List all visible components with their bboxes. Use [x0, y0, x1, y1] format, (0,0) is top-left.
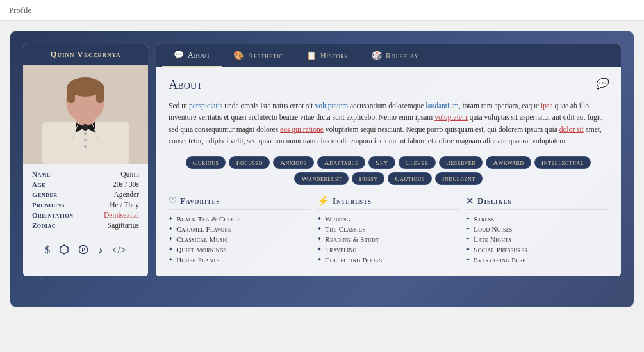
main-content: About 💬 Sed ut perspiciatis unde omnis i…: [156, 67, 621, 276]
favorites-icon: ♡: [169, 195, 177, 207]
bio-link-7[interactable]: dolor sit: [559, 125, 584, 133]
hex-icon[interactable]: [59, 244, 69, 257]
social-icons-row: $ P ♪ </>: [23, 238, 148, 264]
svg-marker-16: [60, 245, 68, 254]
fav-item-3: Classical Music: [169, 236, 311, 243]
svg-point-10: [82, 124, 88, 131]
dis-item-3: Late Nights: [466, 236, 608, 243]
fav-item-2: Caramel Flavors: [169, 225, 311, 233]
label-orientation: Orientation: [32, 211, 73, 219]
dis-item-2: Loud Noises: [466, 225, 608, 233]
tabs-bar: 💬 About 🎨 Aesthetic 📋 History 🎲 Roleplay: [156, 44, 621, 67]
fav-item-1: Black Tea & Coffee: [169, 215, 311, 223]
bio-link-3[interactable]: laudantium: [425, 102, 459, 109]
dis-item-4: Social Pressures: [466, 246, 608, 253]
int-item-3: Reading & Study: [317, 236, 459, 243]
int-item-1: Writing: [317, 215, 459, 223]
interests-header: ⚡ Interests: [317, 195, 459, 210]
svg-point-15: [84, 145, 87, 148]
tab-about[interactable]: 💬 About: [162, 44, 222, 67]
three-columns: ♡ Favorites Black Tea & Coffee Caramel F…: [169, 195, 608, 266]
tab-history-label: History: [320, 51, 349, 61]
interests-list: Writing The Classics Reading & Study Tra…: [317, 215, 459, 264]
avatar: [23, 65, 148, 164]
int-item-4: Traveling: [317, 246, 459, 253]
favorites-title: Favorites: [180, 196, 220, 206]
dislikes-icon: ✕: [466, 195, 474, 207]
about-title-text: About: [169, 77, 202, 92]
value-orientation: Demisexual: [104, 211, 139, 219]
label-pronouns: Pronouns: [32, 201, 65, 209]
fav-item-5: House Plants: [169, 256, 311, 264]
tab-aesthetic[interactable]: 🎨 Aesthetic: [222, 44, 294, 67]
pinterest-icon[interactable]: P: [78, 244, 88, 257]
label-gender: Gender: [32, 191, 58, 198]
info-row-age: Age 20s / 30s: [32, 180, 139, 188]
profile-card: Quinn Veczernya: [10, 31, 634, 307]
avatar-container: [23, 65, 148, 164]
tag-curious: Curious: [186, 156, 226, 169]
code-icon[interactable]: </>: [111, 244, 126, 257]
value-gender: Agender: [113, 191, 139, 198]
svg-rect-7: [96, 84, 104, 103]
int-item-2: The Classics: [317, 225, 459, 233]
tag-awkward: Awkward: [486, 156, 531, 169]
label-age: Age: [32, 180, 45, 188]
dis-item-5: Everything Else: [466, 256, 608, 264]
comment-icon[interactable]: 💬: [595, 77, 608, 90]
left-panel: Quinn Veczernya: [23, 44, 148, 276]
tab-roleplay[interactable]: 🎲 Roleplay: [360, 44, 431, 67]
aesthetic-tab-icon: 🎨: [233, 51, 244, 61]
bio-link-1[interactable]: perspiciatis: [189, 102, 222, 109]
page-title: Profile: [9, 5, 31, 15]
tag-adaptable: Adaptable: [317, 156, 366, 169]
value-age: 20s / 30s: [113, 180, 139, 188]
label-zodiac: Zodiac: [32, 221, 56, 229]
personality-tags: Curious Focused Anxious Adaptable Shy Cl…: [169, 156, 608, 185]
favorites-column: ♡ Favorites Black Tea & Coffee Caramel F…: [169, 195, 311, 266]
bio-link-5[interactable]: voluptatem: [434, 113, 468, 121]
svg-text:P: P: [81, 246, 85, 253]
about-tab-icon: 💬: [174, 50, 185, 60]
tag-cautious: Cautious: [388, 172, 431, 185]
right-panel: 💬 About 🎨 Aesthetic 📋 History 🎲 Roleplay: [156, 44, 621, 276]
roleplay-tab-icon: 🎲: [372, 51, 383, 61]
dislikes-title: Dislikes: [477, 196, 511, 206]
dislikes-list: Stress Loud Noises Late Nights Social Pr…: [466, 215, 608, 264]
value-name: Quinn: [120, 170, 139, 178]
dollar-icon[interactable]: $: [45, 244, 50, 257]
interests-title: Interests: [333, 196, 372, 206]
about-section-title: About 💬: [169, 77, 608, 92]
character-name: Quinn Veczernya: [23, 44, 148, 65]
dislikes-header: ✕ Dislikes: [466, 195, 608, 210]
interests-column: ⚡ Interests Writing The Classics Reading…: [317, 195, 459, 266]
tab-about-label: About: [188, 51, 210, 60]
info-row-name: Name Quinn: [32, 170, 139, 178]
info-row-gender: Gender Agender: [32, 191, 139, 198]
tab-aesthetic-label: Aesthetic: [247, 51, 283, 61]
history-tab-icon: 📋: [306, 51, 317, 61]
page-header: Profile: [0, 0, 644, 21]
interests-icon: ⚡: [317, 195, 329, 207]
favorites-header: ♡ Favorites: [169, 195, 311, 210]
tag-fussy: Fussy: [352, 172, 384, 185]
svg-point-13: [84, 132, 87, 135]
svg-rect-6: [67, 84, 75, 103]
bio-link-6[interactable]: eos qui ratione: [280, 125, 324, 133]
bio-link-4[interactable]: ipsa: [541, 102, 553, 109]
dis-item-1: Stress: [466, 215, 608, 223]
tag-reserved: Reserved: [439, 156, 483, 169]
bio-link-2[interactable]: voluptatem: [315, 102, 348, 109]
info-row-pronouns: Pronouns He / They: [32, 201, 139, 209]
tag-wanderlust: Wanderlust: [294, 172, 349, 185]
tag-indulgent: Indulgent: [435, 172, 483, 185]
tab-history[interactable]: 📋 History: [295, 44, 360, 67]
music-icon[interactable]: ♪: [97, 244, 103, 257]
dislikes-column: ✕ Dislikes Stress Loud Noises Late Night…: [466, 195, 608, 266]
fav-item-4: Quiet Mornings: [169, 246, 311, 253]
info-row-orientation: Orientation Demisexual: [32, 211, 139, 219]
value-pronouns: He / They: [110, 201, 139, 209]
svg-point-14: [84, 139, 87, 141]
label-name: Name: [32, 170, 51, 178]
tag-focused: Focused: [229, 156, 270, 169]
